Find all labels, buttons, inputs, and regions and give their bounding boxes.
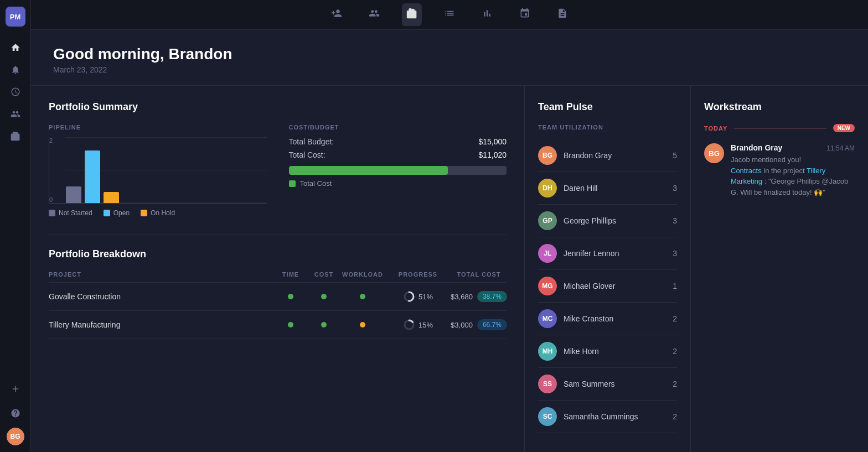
sidebar: PM BG (0, 0, 31, 452)
team-member-row[interactable]: JL Jennifer Lennon 3 (538, 237, 677, 270)
team-member-row[interactable]: DH Daren Hill 3 (538, 172, 677, 205)
member-count: 3 (673, 216, 677, 225)
member-name: Jennifer Lennon (564, 249, 619, 258)
workstream-meta: Brandon Gray 11:54 AM (731, 143, 855, 152)
bar-not-started (66, 186, 81, 203)
sidebar-item-clock[interactable] (6, 82, 25, 102)
bar-on-hold (104, 192, 119, 203)
portfolio-summary-grid: PIPELINE 2 0 (49, 124, 507, 217)
page-header: Good morning, Brandon March 23, 2022 (31, 30, 868, 86)
team-pulse-title: Team Pulse (538, 101, 677, 113)
progress-text: 15% (418, 321, 433, 329)
sidebar-item-briefcase[interactable] (6, 126, 25, 146)
member-avatar: JL (538, 244, 557, 263)
progress-circle (403, 319, 415, 331)
team-member-row[interactable]: MG Michael Glover 1 (538, 270, 677, 303)
team-member-row[interactable]: SS Sam Summers 2 (538, 368, 677, 401)
nav-users-icon[interactable] (364, 3, 384, 26)
member-name: Mike Horn (564, 347, 599, 356)
cost-progress-fill (289, 166, 448, 175)
member-count: 2 (673, 314, 677, 323)
member-name: Daren Hill (564, 184, 597, 193)
pipeline-label: PIPELINE (49, 124, 267, 131)
workstream-item: BG Brandon Gray 11:54 AM Jacob mentioned… (704, 143, 855, 198)
legend-not-started: Not Started (49, 209, 92, 217)
cost-legend-dot (289, 180, 296, 187)
workload-status-dot (360, 322, 365, 328)
workload-status-dot (360, 294, 365, 299)
y-axis-labels: 2 0 (49, 137, 53, 203)
workstream-today-header: TODAY NEW (704, 124, 855, 132)
breakdown-table-header: PROJECT TIME COST WORKLOAD PROGRESS TOTA… (49, 271, 507, 283)
sidebar-item-help[interactable] (6, 403, 25, 423)
cost-progress-bar (289, 166, 507, 175)
cost-status-dot (321, 294, 327, 299)
user-avatar[interactable]: BG (7, 428, 24, 445)
total-cost-label: Total Cost: (289, 150, 326, 159)
member-name: Samantha Cummings (564, 412, 638, 421)
progress-group: 51% (403, 290, 433, 303)
member-count: 3 (673, 184, 677, 193)
col-workload: WORKLOAD (340, 271, 385, 278)
cost-amount: $3,000 (451, 321, 473, 329)
table-row: Govalle Construction (49, 283, 507, 311)
main-area: Good morning, Brandon March 23, 2022 Por… (31, 0, 868, 452)
cost-legend-label: Total Cost (300, 179, 332, 188)
pipeline-section: PIPELINE 2 0 (49, 124, 267, 217)
sidebar-item-people[interactable] (6, 104, 25, 124)
cost-amount: $3,680 (451, 293, 473, 301)
bar-open (85, 150, 100, 203)
member-avatar: DH (538, 179, 557, 198)
team-member-info: MH Mike Horn (538, 342, 599, 361)
nav-list-icon[interactable] (440, 3, 459, 26)
team-member-info: JL Jennifer Lennon (538, 244, 619, 263)
cost-budget-label: COST/BUDGET (289, 124, 507, 131)
cost-dot-govalle (307, 294, 340, 299)
workstream-time: 11:54 AM (826, 144, 855, 152)
col-project: PROJECT (49, 271, 274, 278)
member-name: Mike Cranston (564, 314, 613, 323)
cost-section: COST/BUDGET Total Budget: $15,000 Total … (289, 124, 507, 217)
member-avatar: GP (538, 211, 557, 230)
team-member-row[interactable]: MC Mike Cranston 2 (538, 303, 677, 335)
nav-user-plus-icon[interactable] (327, 3, 347, 26)
legend-dot-on-hold (141, 210, 147, 216)
team-member-row[interactable]: SC Samantha Cummings 2 (538, 401, 677, 433)
team-member-row[interactable]: GP George Phillips 3 (538, 205, 677, 237)
app-logo[interactable]: PM (6, 7, 25, 27)
team-member-info: DH Daren Hill (538, 179, 597, 198)
progress-govalle: 51% (385, 290, 451, 303)
progress-tillery: 15% (385, 319, 451, 331)
total-cost-govalle: $3,680 38.7% (451, 291, 507, 302)
nav-calendar-icon[interactable] (515, 3, 535, 26)
nav-briefcase-icon[interactable] (402, 3, 422, 26)
member-name: Sam Summers (564, 380, 615, 388)
col-total-cost: TOTAL COST (451, 271, 507, 278)
sidebar-item-notifications[interactable] (6, 60, 25, 80)
portfolio-summary-title: Portfolio Summary (49, 101, 507, 113)
progress-circle (403, 290, 415, 303)
member-avatar: MG (538, 277, 557, 295)
legend-on-hold: On Hold (141, 209, 175, 217)
sidebar-item-home[interactable] (6, 38, 25, 58)
time-dot-govalle (274, 294, 307, 299)
section-divider (49, 235, 507, 235)
sidebar-item-add[interactable] (6, 379, 25, 399)
total-budget-label: Total Budget: (289, 137, 334, 146)
team-pulse-panel: Team Pulse TEAM UTILIZATION BG Brandon G… (525, 86, 691, 452)
nav-file-icon[interactable] (552, 3, 572, 26)
today-label: TODAY (704, 125, 727, 132)
team-member-row[interactable]: BG Brandon Gray 5 (538, 139, 677, 172)
team-member-info: SC Samantha Cummings (538, 407, 638, 426)
member-count: 2 (673, 412, 677, 421)
new-badge: NEW (833, 124, 855, 132)
member-name: Brandon Gray (564, 151, 612, 160)
workstream-user-name: Brandon Gray (731, 143, 782, 152)
top-navigation (31, 0, 868, 30)
team-member-row[interactable]: MH Mike Horn 2 (538, 335, 677, 368)
member-count: 1 (673, 282, 677, 290)
workstream-text-prefix: Jacob mentioned you! (731, 155, 801, 164)
member-count: 5 (673, 151, 677, 160)
cost-badge: 38.7% (477, 291, 507, 302)
nav-bar-chart-icon[interactable] (477, 3, 497, 26)
